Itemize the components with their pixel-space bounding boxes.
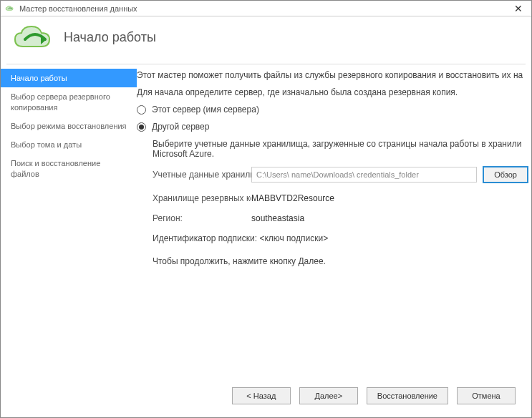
- body: Начало работы Выбор сервера резервного к…: [1, 64, 531, 417]
- next-button[interactable]: Далее>: [299, 387, 358, 404]
- header: Начало работы: [1, 16, 531, 64]
- radio-other-server-row[interactable]: Другой сервер: [137, 122, 528, 132]
- wizard-footer: < Назад Далее> Восстановление Отмена: [232, 387, 516, 404]
- continue-hint: Чтобы продолжить, нажмите кнопку Далее.: [153, 256, 528, 266]
- radio-other-server-label: Другой сервер: [152, 122, 209, 132]
- define-server-text: Для начала определите сервер, где изнача…: [137, 87, 528, 97]
- sidebar-step-select-backup-server[interactable]: Выбор сервера резервного копирования: [1, 87, 137, 117]
- radio-this-server-row[interactable]: Этот сервер (имя сервера): [137, 104, 528, 115]
- radio-other-server[interactable]: [137, 122, 146, 132]
- browse-button[interactable]: Обзор: [483, 166, 528, 183]
- recover-button[interactable]: Восстановление: [367, 387, 448, 404]
- vault-label: Хранилище резервных копий:: [153, 193, 251, 203]
- wizard-sidebar: Начало работы Выбор сервера резервного к…: [1, 64, 137, 417]
- intro-text: Этот мастер поможет получить файлы из сл…: [137, 70, 528, 80]
- sidebar-step-search-restore-files[interactable]: Поиск и восстановление файлов: [1, 154, 137, 183]
- radio-this-server[interactable]: [137, 105, 146, 115]
- creds-label: Учетные данные хранилища:: [153, 170, 251, 180]
- window-title: Мастер восстановления данных: [19, 4, 137, 13]
- vault-value: MABBVTD2Resource: [251, 193, 334, 203]
- page-title: Начало работы: [64, 30, 156, 45]
- sidebar-step-select-volume-date[interactable]: Выбор тома и даты: [1, 135, 137, 154]
- sidebar-step-select-recovery-mode[interactable]: Выбор режима восстановления: [1, 117, 137, 135]
- cloud-restore-icon: [12, 22, 55, 52]
- creds-row: Учетные данные хранилища: Обзор: [153, 166, 528, 183]
- region-row: Регион: southeastasia: [153, 213, 528, 223]
- back-button[interactable]: < Назад: [232, 387, 291, 404]
- region-label: Регион:: [153, 213, 251, 223]
- subscription-id: Идентификатор подписки: <ключ подписки>: [153, 233, 528, 243]
- sidebar-step-start[interactable]: Начало работы: [1, 69, 137, 87]
- region-value: southeastasia: [251, 213, 304, 223]
- titlebar: Мастер восстановления данных ✕: [1, 1, 531, 16]
- cloud-app-icon: [5, 5, 15, 12]
- wizard-window: Мастер восстановления данных ✕ Начало ра…: [0, 0, 532, 418]
- other-server-block: Выберите учетные данные хранилища, загру…: [153, 139, 528, 266]
- cancel-button[interactable]: Отмена: [457, 387, 516, 404]
- vault-row: Хранилище резервных копий: MABBVTD2Resou…: [153, 193, 528, 203]
- content-area: Этот мастер поможет получить файлы из сл…: [137, 64, 531, 417]
- radio-this-server-label: Этот сервер (имя сервера): [152, 104, 259, 115]
- creds-hint: Выберите учетные данные хранилища, загру…: [153, 139, 528, 159]
- creds-path-input[interactable]: [251, 167, 477, 183]
- close-icon[interactable]: ✕: [510, 3, 527, 14]
